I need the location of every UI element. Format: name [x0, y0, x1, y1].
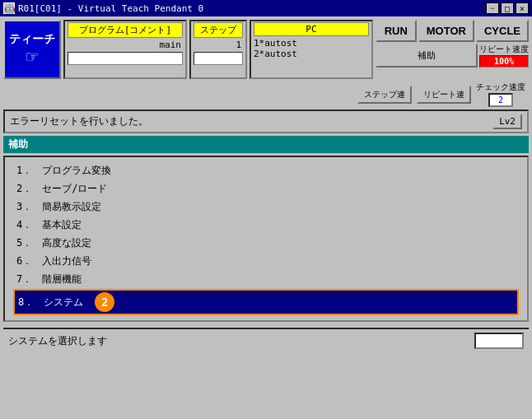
check-speed-value: 2	[488, 93, 513, 107]
program-bracket	[68, 52, 183, 65]
cycle-button[interactable]: CYCLE	[476, 20, 529, 42]
speed-bar: 100%	[479, 55, 529, 68]
error-message: エラーリセットを行いました。	[10, 114, 148, 128]
run-button[interactable]: RUN	[376, 20, 417, 42]
teach-cursor-icon: ☞	[26, 47, 38, 67]
window-title: R01[C01] - Virtual Teach Pendant 0	[18, 3, 203, 14]
pc-value-1: 1*autost	[254, 38, 369, 49]
repeat-speed-label: リピート速度	[479, 44, 529, 55]
step-bracket	[194, 52, 243, 65]
app-icon: 🤖	[3, 2, 15, 14]
teach-button[interactable]: ティーチ ☞	[3, 20, 61, 79]
minimize-button[interactable]: －	[486, 2, 499, 14]
menu-item-2[interactable]: 2． セーブ/ロード	[13, 180, 519, 198]
menu-item-5[interactable]: 5． 高度な設定	[13, 235, 519, 252]
check-speed-label: チェック速度	[476, 81, 525, 93]
pc-header: PC	[254, 22, 369, 36]
step-control-row: ステップ連 リピート連 チェック速度 2	[3, 81, 529, 107]
program-header: プログラム[コメント]	[68, 22, 183, 38]
step-header: ステップ	[194, 22, 243, 38]
right-buttons: RUN MOTOR CYCLE 補助 リピート速度 100%	[376, 20, 529, 79]
main-container: ティーチ ☞ プログラム[コメント] main ステップ 1 PC 1*auto…	[0, 16, 532, 356]
status-message: システムを選択します	[8, 334, 107, 348]
top-action-buttons: RUN MOTOR CYCLE	[376, 20, 529, 42]
program-comment-box: プログラム[コメント] main	[63, 20, 187, 79]
motor-button[interactable]: MOTOR	[418, 20, 474, 42]
selected-badge: 2	[95, 292, 114, 312]
maximize-button[interactable]: □	[501, 2, 514, 14]
pc-value-2: 2*autost	[254, 49, 369, 59]
status-input[interactable]	[474, 333, 524, 349]
toolbar-row: ティーチ ☞ プログラム[コメント] main ステップ 1 PC 1*auto…	[3, 20, 529, 79]
menu-item-7[interactable]: 7． 階層機能	[13, 271, 519, 288]
step-repeat-button[interactable]: ステップ連	[357, 86, 412, 104]
menu-item-8[interactable]: 8． システム2	[13, 289, 519, 315]
error-row: エラーリセットを行いました。 Lv2	[3, 109, 529, 133]
menu-item-6[interactable]: 6． 入出力信号	[13, 253, 519, 270]
pc-box: PC 1*autost 2*autost	[250, 20, 373, 79]
repeat-continue-button[interactable]: リピート連	[417, 86, 471, 104]
status-bar: システムを選択します	[3, 328, 529, 352]
menu-item-1[interactable]: 1． プログラム変換	[13, 162, 519, 179]
close-button[interactable]: ×	[516, 2, 529, 14]
assist-button[interactable]: 補助	[376, 44, 478, 68]
repeat-speed-box: リピート速度 100%	[479, 44, 529, 68]
check-speed-box: チェック速度 2	[476, 81, 525, 107]
assist-header: 補助	[3, 136, 529, 153]
step-box: ステップ 1	[189, 20, 247, 79]
menu-list-area: 1． プログラム変換2． セーブ/ロード3． 簡易教示設定4． 基本設定5． 高…	[3, 156, 529, 322]
bottom-buttons: 補助 リピート速度 100%	[376, 44, 529, 68]
step-value: 1	[194, 40, 243, 50]
program-value: main	[68, 40, 183, 50]
pc-values: 1*autost 2*autost	[254, 38, 369, 59]
title-bar: 🤖 R01[C01] - Virtual Teach Pendant 0 － □…	[0, 0, 532, 16]
menu-item-4[interactable]: 4． 基本設定	[13, 216, 519, 234]
menu-item-3[interactable]: 3． 簡易教示設定	[13, 198, 519, 216]
lv-badge: Lv2	[492, 114, 522, 129]
window-controls: － □ ×	[486, 2, 529, 14]
